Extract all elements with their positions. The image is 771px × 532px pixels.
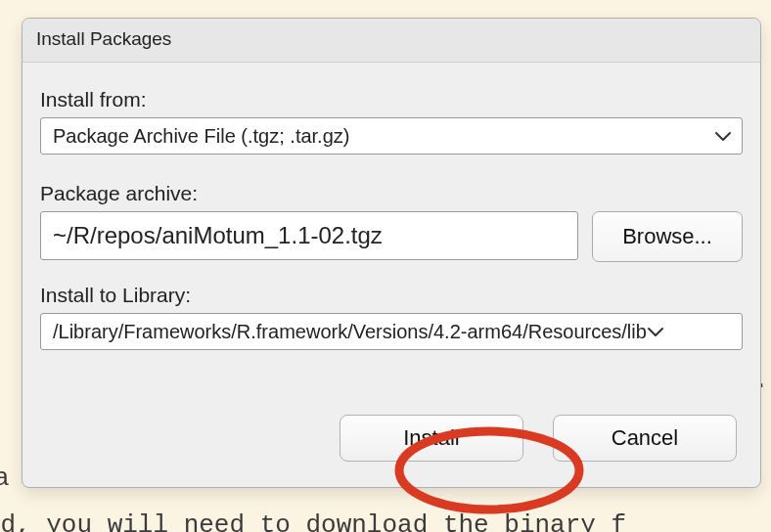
dialog-title: Install Packages [23,19,760,63]
install-packages-dialog: Install Packages Install from: Package A… [22,18,761,488]
browse-button-label: Browse... [622,224,712,249]
package-archive-path-value: ~/R/repos/aniMotum_1.1-02.tgz [53,222,383,249]
install-button-label: Install [403,425,459,451]
package-archive-label: Package archive: [40,182,743,205]
install-to-library-select[interactable]: /Library/Frameworks/R.framework/Versions… [40,313,743,350]
install-to-library-label: Install to Library: [40,284,743,307]
install-button[interactable]: Install [340,415,523,462]
cancel-button-label: Cancel [612,425,678,451]
cancel-button[interactable]: Cancel [553,415,737,462]
chevron-down-icon [714,130,732,142]
chevron-down-icon [647,326,664,337]
package-archive-path-field[interactable]: ~/R/repos/aniMotum_1.1-02.tgz [40,211,578,260]
install-from-select[interactable]: Package Archive File (.tgz; .tar.gz) [40,117,743,155]
install-from-value: Package Archive File (.tgz; .tar.gz) [53,125,349,148]
browse-button[interactable]: Browse... [592,211,743,262]
install-from-label: Install from: [40,88,743,111]
install-to-library-value: /Library/Frameworks/R.framework/Versions… [53,321,647,343]
backdrop-text-line: stead, you will need to download the bin… [0,510,771,532]
